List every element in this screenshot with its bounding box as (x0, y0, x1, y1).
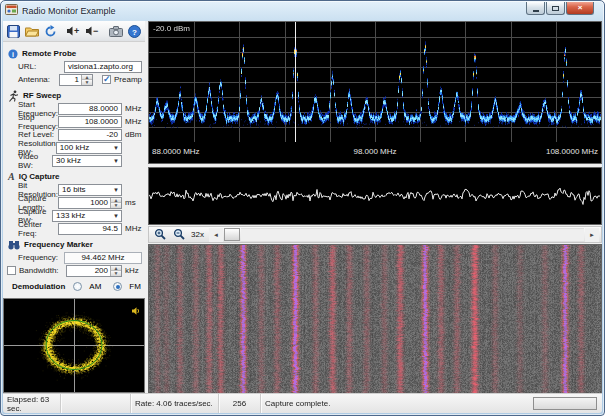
spectrum-panel: -20.0 dBm 88.0000 MHz 98.000 MHz 108.000… (148, 21, 602, 164)
section-remote-probe: i Remote Probe (3, 47, 145, 60)
demod-am-label: AM (89, 282, 101, 291)
scroll-right-button[interactable]: ► (585, 228, 599, 242)
zoom-out-button[interactable] (170, 227, 188, 242)
close-button[interactable]: × (566, 2, 594, 15)
close-icon: × (578, 4, 583, 12)
video-bw-label: Video BW: (18, 152, 52, 170)
preamp-label: Preamp (114, 75, 142, 84)
svg-text:+: + (74, 26, 79, 36)
url-field[interactable]: visiona1.zapto.org (64, 61, 142, 73)
waterfall-panel (148, 244, 602, 394)
scrollbar-thumb[interactable] (224, 228, 240, 241)
binoculars-icon (8, 240, 20, 250)
scroll-left-button[interactable]: ◄ (209, 228, 223, 242)
app-window: Radio Monitor Example × + − ? i R (0, 0, 605, 416)
chevron-down-icon: ▼ (113, 187, 119, 193)
waterfall-canvas[interactable] (149, 245, 601, 393)
demodulation-title: Demodulation (12, 282, 65, 291)
iq-constellation-panel (3, 298, 145, 393)
video-bw-row: Video BW: 30 kHz▼ (3, 154, 145, 167)
ref-level-field[interactable]: -20 (58, 129, 122, 141)
audio-waveform-canvas (149, 168, 601, 224)
tick-start: 88.0000 MHz (152, 147, 200, 156)
antenna-label: Antenna: (18, 75, 59, 84)
resolution-bw-select[interactable]: 100 kHz▼ (56, 142, 122, 154)
volume-up-icon: + (66, 25, 81, 37)
progress-bar (533, 397, 597, 410)
open-button[interactable] (25, 23, 40, 40)
zoom-level-label: 32x (191, 230, 204, 239)
volume-down-button[interactable]: − (85, 23, 100, 40)
minimize-icon (533, 10, 539, 12)
save-icon (7, 25, 20, 38)
zoom-out-icon (173, 228, 186, 241)
window-title: Radio Monitor Example (22, 6, 116, 16)
help-button[interactable]: ? (127, 23, 142, 40)
save-button[interactable] (6, 23, 21, 40)
bandwidth-down-icon[interactable]: ▼ (111, 270, 121, 276)
chevron-down-icon: ▼ (113, 158, 119, 164)
svg-text:?: ? (132, 27, 137, 36)
main-toolbar: + − ? (3, 21, 145, 42)
center-freq-label: Center Freq: (18, 220, 58, 238)
bandwidth-checkbox[interactable] (7, 266, 16, 275)
status-rate: Rate: 4.06 traces/sec. (131, 394, 219, 413)
maximize-icon (552, 6, 559, 11)
stop-frequency-unit: MHz (122, 117, 142, 126)
capture-length-stepper[interactable]: 1000 ▲▼ (58, 197, 122, 209)
ref-level-unit: dBm (122, 130, 142, 139)
iq-capture-icon: A (8, 172, 15, 181)
status-elapsed: Elapsed: 63 sec. (3, 394, 61, 413)
antenna-stepper[interactable]: 1 ▲▼ (59, 74, 93, 86)
spectrum-canvas[interactable] (149, 22, 601, 142)
client-area: + − ? i Remote Probe URL: visiona1.zapto… (3, 21, 602, 393)
bandwidth-stepper[interactable]: 200 ▲▼ (66, 265, 122, 277)
open-folder-icon (25, 25, 39, 37)
frequency-axis: 88.0000 MHz 98.000 MHz 108.0000 MHz (149, 142, 601, 163)
bandwidth-label: Bandwidth: (19, 266, 66, 275)
demod-fm-radio[interactable] (113, 282, 122, 291)
svg-text:−: − (93, 26, 98, 36)
section-demodulation: Demodulation AM FM (3, 280, 145, 293)
scrollbar-track[interactable] (241, 228, 584, 242)
screenshot-button[interactable] (108, 23, 123, 40)
volume-down-icon: − (85, 25, 100, 37)
section-frequency-marker: Frequency Marker (3, 238, 145, 251)
titlebar[interactable]: Radio Monitor Example × (5, 2, 600, 20)
volume-up-button[interactable]: + (66, 23, 81, 40)
url-label: URL: (18, 62, 64, 71)
bit-resolution-select[interactable]: 16 bits▼ (58, 184, 122, 196)
video-bw-select[interactable]: 30 kHz▼ (52, 155, 122, 167)
capture-bw-select[interactable]: 133 kHz▼ (52, 210, 122, 222)
capture-length-down-icon[interactable]: ▼ (111, 202, 121, 208)
bandwidth-unit: kHz (122, 266, 142, 275)
stop-frequency-row: Stop Frequency: 108.0000 MHz (3, 115, 145, 128)
stop-frequency-field[interactable]: 108.0000 (58, 116, 122, 128)
camera-icon (109, 26, 123, 37)
tick-stop: 108.0000 MHz (546, 147, 598, 156)
center-freq-row: Center Freq: 94.5 MHz (3, 222, 145, 235)
remote-probe-title: Remote Probe (22, 49, 76, 58)
marker-bandwidth-row: Bandwidth: 200 ▲▼ kHz (3, 264, 145, 277)
preamp-checkbox[interactable] (102, 75, 111, 84)
zoom-in-button[interactable] (151, 227, 169, 242)
audio-waveform-panel (148, 167, 602, 225)
maximize-button[interactable] (546, 2, 565, 15)
antenna-down-icon[interactable]: ▼ (82, 79, 92, 85)
info-icon: i (8, 49, 18, 59)
demod-fm-label: FM (129, 282, 141, 291)
iq-constellation-canvas (4, 299, 144, 392)
marker-frequency-row: Frequency: 94.462 MHz (3, 251, 145, 264)
frequency-marker-title: Frequency Marker (24, 240, 93, 249)
minimize-button[interactable] (526, 2, 545, 15)
center-freq-field[interactable]: 94.5 (58, 223, 122, 235)
zoom-in-icon (154, 228, 167, 241)
audio-indicator-icon (131, 302, 141, 320)
app-icon (5, 2, 18, 20)
waterfall-zoom-toolbar: 32x ◄ ► (148, 226, 602, 243)
svg-text:i: i (12, 50, 14, 57)
tick-center: 98.000 MHz (353, 147, 396, 156)
demod-am-radio[interactable] (73, 282, 82, 291)
refresh-button[interactable] (44, 23, 59, 40)
start-frequency-field[interactable]: 88.0000 (58, 103, 122, 115)
